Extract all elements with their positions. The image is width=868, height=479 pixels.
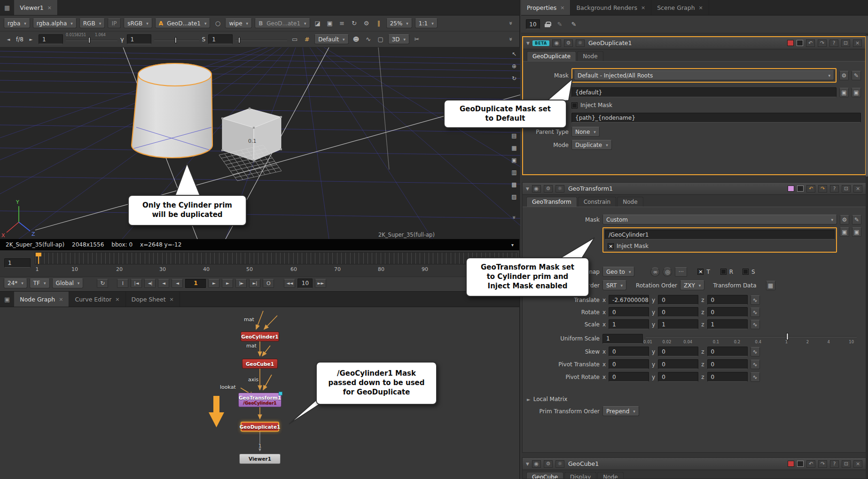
- tab-properties[interactable]: Properties ×: [521, 0, 571, 15]
- node-color-swatch[interactable]: [788, 461, 794, 467]
- max-panels-field[interactable]: 10: [526, 19, 540, 29]
- softclip-slider[interactable]: [235, 34, 287, 44]
- parent-type-dropdown[interactable]: None ▾: [571, 127, 600, 137]
- layout-3-icon[interactable]: ▣: [510, 156, 518, 164]
- collapse-panel-icon[interactable]: ▼: [526, 186, 529, 191]
- update-gear-icon[interactable]: ⚙: [362, 18, 371, 28]
- import-script-icon[interactable]: ▣: [839, 88, 849, 97]
- redo-icon[interactable]: ↷: [818, 460, 827, 468]
- rotate-x-field[interactable]: 0: [609, 307, 649, 317]
- prim-transform-order-dropdown[interactable]: Prepend ▾: [602, 406, 639, 416]
- uniform-scale-slider[interactable]: 0.01 0.02 0.04 0.1 0.2 0.4 1 2 4 10: [646, 332, 857, 346]
- next-frame-button[interactable]: ►: [222, 279, 233, 288]
- stereo-display-icon[interactable]: ▭: [290, 34, 299, 44]
- orbit-icon[interactable]: ↻: [510, 75, 518, 82]
- skew-x-field[interactable]: 0: [609, 347, 649, 356]
- translate-x-field[interactable]: -2.67000008: [609, 295, 649, 305]
- prev-frame-button[interactable]: ◄: [158, 279, 169, 288]
- view-transform-dropdown[interactable]: Default ▾: [314, 34, 348, 44]
- inject-mask-checkbox[interactable]: ×: [608, 243, 614, 249]
- gain-field[interactable]: 1: [39, 34, 63, 44]
- occlusion-person-icon[interactable]: ☻: [352, 34, 361, 44]
- rotation-order-dropdown[interactable]: ZXY ▾: [680, 280, 704, 290]
- prev-keyframe-button[interactable]: ◄|: [144, 279, 156, 288]
- menu-icon[interactable]: ≡: [337, 18, 347, 28]
- clear-panels-icon[interactable]: ✎: [555, 19, 564, 29]
- format-grid-icon[interactable]: #: [302, 34, 312, 44]
- gamma-slider[interactable]: [154, 34, 199, 44]
- node-color-swatch[interactable]: [787, 40, 794, 46]
- tab-geocube[interactable]: GeoCube: [526, 472, 563, 479]
- center-node-icon[interactable]: ◉: [532, 185, 541, 193]
- cube-geometry[interactable]: [222, 108, 281, 161]
- node-viewer1[interactable]: Viewer1: [239, 454, 281, 464]
- cylinder-geometry[interactable]: [132, 63, 212, 158]
- view-mode-dropdown[interactable]: 3D ▾: [388, 34, 409, 44]
- timeline-ruler[interactable]: [35, 252, 517, 264]
- scale-x-field[interactable]: 1: [609, 319, 649, 329]
- scissors-icon[interactable]: ✂: [412, 34, 422, 44]
- snap-t-checkbox[interactable]: ×: [697, 269, 704, 275]
- help-icon[interactable]: ?: [830, 185, 839, 193]
- tab-node[interactable]: Node: [617, 197, 643, 207]
- zoom-level-dropdown[interactable]: 25% ▾: [386, 18, 412, 28]
- animation-curve-icon[interactable]: ∿: [751, 347, 760, 356]
- input-process-toggle[interactable]: IP: [108, 18, 121, 28]
- rotate-y-field[interactable]: 0: [658, 307, 698, 317]
- close-icon[interactable]: ×: [560, 5, 564, 11]
- close-icon[interactable]: ×: [641, 5, 645, 11]
- wipe-center-icon[interactable]: ○: [213, 18, 222, 28]
- tab-viewer1[interactable]: Viewer1 ×: [14, 0, 58, 15]
- toolbar-overflow-icon[interactable]: »: [506, 19, 516, 28]
- animation-curve-icon[interactable]: ∿: [751, 295, 760, 305]
- format-menu-icon[interactable]: ▾: [511, 242, 514, 247]
- pivot-rotate-y-field[interactable]: 0: [658, 372, 698, 382]
- export-script-icon[interactable]: ▣: [852, 227, 861, 237]
- skew-y-field[interactable]: 0: [658, 347, 698, 356]
- undo-icon[interactable]: ↶: [806, 39, 815, 47]
- node-graph[interactable]: mat mat axis lookat 1 GeoCylinder1 GeoCu…: [0, 307, 519, 479]
- more-tools-icon[interactable]: »: [510, 213, 518, 222]
- gl-color-swatch[interactable]: [797, 185, 804, 192]
- layout-4-icon[interactable]: ▥: [510, 169, 518, 176]
- edit-panels-icon[interactable]: ✎: [569, 19, 579, 29]
- rotate-z-field[interactable]: 0: [707, 307, 748, 317]
- close-panel-icon[interactable]: ×: [853, 185, 862, 193]
- node-settings-icon[interactable]: ⚙: [544, 185, 553, 193]
- goto-start-button[interactable]: |◄: [131, 279, 142, 288]
- viewer-colorspace-dropdown[interactable]: sRGB ▾: [124, 18, 152, 28]
- help-icon[interactable]: ?: [830, 460, 839, 468]
- channel-layer-dropdown[interactable]: rgba ▾: [4, 18, 30, 28]
- tab-background-renders[interactable]: Background Renders ×: [571, 0, 651, 15]
- jump-back-button[interactable]: ◄◄: [284, 279, 295, 288]
- next-keyframe-button[interactable]: |►: [235, 279, 247, 288]
- translate-y-field[interactable]: 0: [658, 295, 698, 305]
- mask-expression-field[interactable]: {default}: [571, 87, 837, 97]
- tab-dope-sheet[interactable]: Dope Sheet ×: [126, 292, 180, 307]
- layers-icon[interactable]: ▣: [325, 18, 335, 28]
- pivot-rotate-z-field[interactable]: 0: [707, 372, 748, 382]
- help-icon[interactable]: ?: [829, 39, 838, 47]
- gear-icon[interactable]: ⚙: [840, 215, 849, 224]
- next-stop-icon[interactable]: ►: [26, 34, 36, 44]
- export-script-icon[interactable]: ▣: [852, 88, 861, 97]
- pivot-translate-z-field[interactable]: 0: [707, 359, 748, 369]
- slider-handle[interactable]: [786, 333, 789, 340]
- gear-icon[interactable]: ⚙: [839, 71, 849, 80]
- gamma-field[interactable]: 1: [127, 34, 151, 44]
- goto-end-button[interactable]: ►|: [249, 279, 260, 288]
- scale-z-field[interactable]: 1: [707, 319, 748, 329]
- center-node-icon[interactable]: ◉: [552, 39, 561, 47]
- node-geoduplicate1[interactable]: GeoDuplicate1: [241, 422, 279, 432]
- a-input-dropdown[interactable]: A GeoD...ate1 ▾: [155, 18, 211, 28]
- pause-icon[interactable]: ∥: [374, 18, 383, 28]
- node-settings-icon[interactable]: ⚙: [564, 39, 573, 47]
- wipe-mode-dropdown[interactable]: wipe ▾: [225, 18, 252, 28]
- collapse-panel-icon[interactable]: ▼: [526, 462, 529, 466]
- uniform-scale-field[interactable]: 1: [602, 334, 643, 344]
- center-node-icon[interactable]: ◉: [532, 460, 541, 468]
- undo-icon[interactable]: ↶: [806, 460, 815, 468]
- wave-icon[interactable]: ∿: [364, 34, 373, 44]
- close-icon[interactable]: ×: [699, 5, 703, 11]
- tab-curve-editor[interactable]: Curve Editor ×: [69, 292, 125, 307]
